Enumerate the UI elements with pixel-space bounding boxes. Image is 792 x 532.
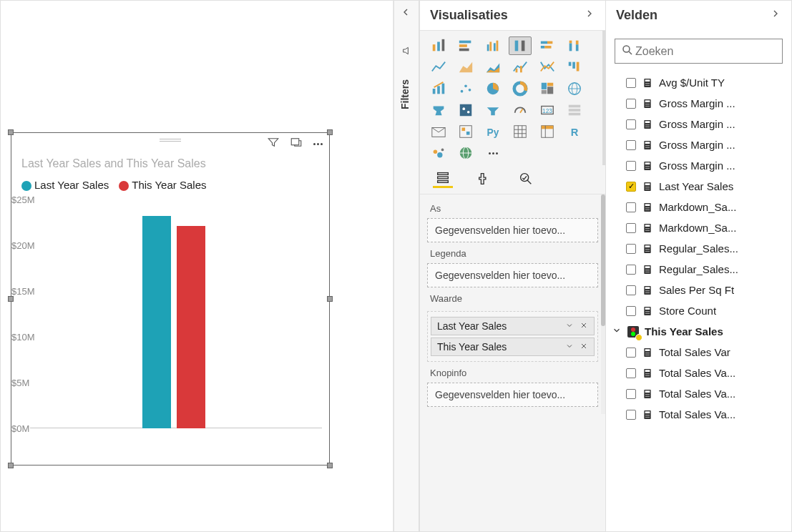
viz-type-22[interactable]: 123 [536, 101, 559, 119]
value-pill-1[interactable]: This Year Sales [431, 338, 595, 356]
legend-item-1[interactable]: This Year Sales [119, 179, 206, 191]
field-checkbox[interactable] [626, 202, 636, 212]
field-row[interactable]: Markdown_Sa... [606, 197, 791, 217]
viz-type-15[interactable] [509, 79, 532, 98]
analytics-tab[interactable] [516, 169, 536, 188]
field-checkbox[interactable] [626, 244, 636, 254]
tooltip-drop-area[interactable]: Gegevensvelden hier toevo... [427, 383, 598, 407]
search-input[interactable] [634, 44, 780, 59]
report-canvas[interactable]: Last Year Sales and This Year Sales Last… [1, 1, 393, 531]
viz-type-3[interactable] [509, 36, 532, 55]
field-row[interactable]: Store Count [606, 300, 791, 321]
field-checkbox[interactable] [626, 389, 636, 399]
drag-grip-icon[interactable] [160, 139, 181, 142]
field-row[interactable]: Gross Margin ... [606, 155, 791, 176]
field-checkbox[interactable] [626, 410, 636, 420]
viz-type-9[interactable] [509, 58, 532, 77]
wells-scrollbar-track[interactable] [601, 194, 605, 414]
viz-type-6[interactable] [427, 58, 450, 77]
viz-type-21[interactable] [509, 101, 532, 119]
collapse-visualizations-icon[interactable] [584, 8, 595, 23]
field-row[interactable]: Gross Margin ... [606, 93, 791, 114]
filter-icon[interactable] [267, 136, 280, 151]
search-box[interactable] [615, 39, 783, 64]
field-row[interactable]: Regular_Sales... [606, 259, 791, 280]
field-checkbox[interactable] [626, 140, 636, 150]
field-row[interactable]: Total Sales Var [606, 342, 791, 363]
field-row[interactable]: Total Sales Va... [606, 383, 791, 404]
viz-type-14[interactable] [481, 79, 504, 98]
viz-type-28[interactable] [536, 122, 559, 141]
viz-type-23[interactable] [563, 101, 586, 119]
viz-type-7[interactable] [454, 58, 477, 77]
visual-header [11, 133, 329, 153]
format-tab[interactable] [474, 169, 494, 188]
viz-type-26[interactable]: Py [481, 122, 504, 141]
fields-tab[interactable] [433, 169, 453, 188]
viz-type-31[interactable] [454, 144, 477, 162]
axis-drop-area[interactable]: Gegevensvelden hier toevo... [427, 218, 598, 242]
field-checkbox[interactable] [626, 285, 636, 295]
viz-type-1[interactable] [454, 36, 477, 55]
viz-type-18[interactable] [427, 101, 450, 119]
chart-visual[interactable]: Last Year Sales and This Year Sales Last… [11, 132, 330, 466]
viz-type-24[interactable] [427, 122, 450, 141]
legend-drop-area[interactable]: Gegevensvelden hier toevo... [427, 263, 598, 287]
field-checkbox[interactable] [626, 119, 636, 129]
field-checkbox[interactable] [626, 182, 636, 192]
field-row[interactable]: Sales Per Sq Ft [606, 280, 791, 300]
focus-mode-icon[interactable] [290, 136, 303, 151]
viz-type-11[interactable] [563, 58, 586, 77]
field-checkbox[interactable] [626, 306, 636, 316]
viz-type-32[interactable] [481, 144, 504, 162]
field-checkbox[interactable] [626, 265, 636, 275]
chevron-down-icon[interactable] [612, 325, 622, 338]
field-row[interactable]: Avg $/Unit TY [606, 72, 791, 93]
field-row[interactable]: Total Sales Va... [606, 404, 791, 425]
viz-type-12[interactable] [427, 79, 450, 98]
viz-type-4[interactable] [536, 36, 559, 55]
viz-type-30[interactable] [427, 144, 450, 162]
viz-type-16[interactable] [536, 79, 559, 98]
table-row[interactable]: This Year Sales [606, 321, 791, 342]
value-well[interactable]: Last Year Sales This Year Sales [427, 311, 598, 362]
value-pill-0[interactable]: Last Year Sales [431, 317, 595, 335]
svg-point-201 [647, 416, 647, 417]
field-checkbox[interactable] [626, 161, 636, 171]
field-row[interactable]: Regular_Sales... [606, 238, 791, 259]
filters-pane-collapsed[interactable]: Filters [393, 1, 419, 531]
viz-type-29[interactable]: R [563, 122, 586, 141]
viz-type-13[interactable] [454, 79, 477, 98]
field-row[interactable]: Gross Margin ... [606, 114, 791, 134]
chevron-down-icon[interactable] [565, 341, 574, 353]
field-row[interactable]: Gross Margin ... [606, 134, 791, 155]
field-row[interactable]: Markdown_Sa... [606, 217, 791, 238]
viz-type-0[interactable] [427, 36, 450, 55]
viz-type-2[interactable] [481, 36, 504, 55]
remove-field-icon[interactable] [580, 341, 588, 353]
remove-field-icon[interactable] [580, 320, 588, 332]
field-checkbox[interactable] [626, 99, 636, 109]
collapse-fields-icon[interactable] [770, 8, 781, 23]
legend-item-0[interactable]: Last Year Sales [21, 179, 109, 191]
viz-type-19[interactable] [454, 101, 477, 119]
field-row[interactable]: Last Year Sales [606, 176, 791, 197]
field-checkbox[interactable] [626, 223, 636, 233]
viz-type-27[interactable] [509, 122, 532, 141]
viz-type-25[interactable] [454, 122, 477, 141]
field-checkbox[interactable] [626, 348, 636, 358]
viz-type-5[interactable] [563, 36, 586, 55]
more-options-icon[interactable] [313, 138, 323, 149]
expand-filters-icon[interactable] [400, 6, 411, 20]
wells-scrollbar-thumb[interactable] [601, 194, 605, 326]
field-row[interactable]: Total Sales Va... [606, 363, 791, 383]
viz-type-17[interactable] [563, 79, 586, 98]
bar-0[interactable] [142, 216, 171, 428]
bar-1[interactable] [177, 226, 205, 428]
viz-type-8[interactable] [481, 58, 504, 77]
field-checkbox[interactable] [626, 78, 636, 88]
chevron-down-icon[interactable] [565, 320, 574, 332]
viz-type-10[interactable] [536, 58, 559, 77]
field-checkbox[interactable] [626, 368, 636, 378]
viz-type-20[interactable] [481, 101, 504, 119]
